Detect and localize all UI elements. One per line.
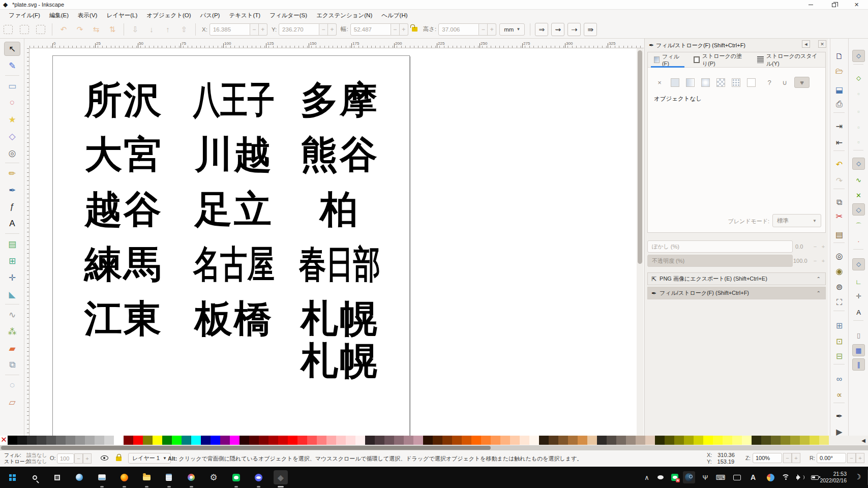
palette-swatch[interactable] [201, 436, 211, 445]
palette-swatch[interactable] [597, 436, 607, 445]
scrollbar-thumb[interactable] [638, 50, 642, 264]
zoom-page-button[interactable]: ⊚ [832, 280, 846, 293]
palette-swatch[interactable] [723, 436, 732, 445]
cut-button[interactable]: ✂ [832, 209, 846, 223]
x-input[interactable]: 16.385 [209, 23, 250, 36]
city-name-text[interactable]: 春日部 [297, 243, 382, 285]
unlink-clone-button[interactable]: ⊟ [832, 349, 846, 362]
palette-swatch[interactable] [230, 436, 240, 445]
palette-swatch[interactable] [75, 436, 85, 445]
palette-swatch[interactable] [549, 436, 558, 445]
zoom-selection-button[interactable]: ◎ [832, 249, 846, 262]
snap-others-toggle[interactable]: ⬦ [852, 258, 865, 270]
palette-swatch[interactable] [394, 436, 404, 445]
tray-steam-icon[interactable] [683, 471, 695, 483]
menu-item-3[interactable]: レイヤー(L) [102, 11, 142, 20]
measure-tool[interactable]: ▱ [4, 395, 20, 409]
mesh-tool[interactable]: ⊞ [4, 254, 20, 268]
blur-minus-button[interactable]: − [811, 240, 819, 253]
palette-swatch[interactable] [742, 436, 752, 445]
city-name-text[interactable]: 越谷 [81, 189, 166, 230]
opacity-plus-button[interactable]: + [819, 255, 827, 267]
snap-grid-toggle[interactable]: ▦ [852, 344, 865, 356]
height-plus-button[interactable]: + [488, 23, 496, 36]
snap-smooth-toggle[interactable]: ⌒ [852, 220, 865, 232]
palette-swatch[interactable] [162, 436, 172, 445]
group-button[interactable]: ∞ [832, 373, 846, 386]
palette-swatch[interactable] [211, 436, 220, 445]
snap-guides-toggle[interactable]: ∥ [852, 358, 865, 371]
city-name-text[interactable]: 所沢 [81, 79, 166, 121]
palette-swatch[interactable] [240, 436, 249, 445]
city-name-text[interactable]: 大宮 [81, 134, 166, 175]
redo-button[interactable]: ↷ [832, 174, 846, 187]
connector-tool[interactable]: ⧉ [4, 358, 20, 372]
media-app-button[interactable] [95, 470, 109, 484]
palette-swatch[interactable] [336, 436, 346, 445]
palette-swatch[interactable] [249, 436, 259, 445]
menu-item-0[interactable]: ファイル(F) [4, 11, 45, 20]
minimize-button[interactable] [799, 0, 822, 10]
zoom-drawing-button[interactable]: ◉ [832, 264, 846, 278]
palette-swatch[interactable] [423, 436, 433, 445]
spray-tool[interactable]: ⁂ [4, 324, 20, 339]
palette-swatch[interactable] [587, 436, 597, 445]
palette-scroll-left-icon[interactable]: ◀ [860, 436, 867, 445]
maximize-button[interactable] [822, 0, 845, 10]
object-opacity-input[interactable]: 100 [57, 453, 74, 464]
palette-swatch[interactable] [268, 436, 278, 445]
volume-icon[interactable] [795, 471, 805, 483]
night-mode-moon-icon[interactable]: ☽ [854, 473, 861, 481]
snap-rotation-toggle[interactable]: ✛ [852, 290, 865, 302]
affect-corners-toggle[interactable]: ⇝ [551, 23, 564, 36]
tray-overflow-chevron-icon[interactable]: ∧ [642, 471, 652, 483]
palette-swatch[interactable] [182, 436, 191, 445]
opacity-plus-button[interactable]: + [83, 453, 92, 464]
paint-radial-gradient-button[interactable] [700, 77, 711, 88]
palette-swatch[interactable] [616, 436, 626, 445]
fill-indicator-value[interactable]: 該当なし [26, 452, 47, 458]
height-minus-button[interactable]: − [479, 23, 488, 36]
palette-swatch[interactable] [124, 436, 133, 445]
palette-swatch[interactable] [278, 436, 288, 445]
palette-swatch[interactable] [56, 436, 66, 445]
select-tool[interactable]: ↖ [4, 42, 20, 56]
paint-swatch-button[interactable] [745, 77, 757, 88]
tab-fill[interactable]: フィル(F) [648, 52, 687, 68]
notepad-button[interactable] [162, 470, 176, 484]
palette-swatch[interactable] [500, 436, 510, 445]
palette-scrollbar[interactable] [0, 445, 868, 450]
city-name-text[interactable]: 熊谷 [297, 134, 382, 175]
layer-lock-icon[interactable] [116, 456, 122, 461]
lower-to-bottom-button[interactable]: ⇩ [129, 23, 142, 36]
palette-swatch[interactable] [481, 436, 491, 445]
snap-bbox-toggle[interactable]: ⬦ [852, 72, 865, 84]
save-button[interactable]: ⬓ [832, 83, 846, 96]
spiral-tool[interactable]: ◎ [4, 146, 20, 160]
dialog-fill-stroke-button[interactable]: ✒ [832, 409, 846, 422]
star-tool[interactable]: ★ [4, 112, 20, 127]
rotation-plus-button[interactable]: + [856, 453, 864, 463]
palette-swatch[interactable] [317, 436, 326, 445]
x-minus-button[interactable]: − [250, 23, 259, 36]
horizontal-ruler[interactable]: 0255075100125150175200225250275300325 [29, 41, 644, 48]
palette-swatch[interactable] [384, 436, 394, 445]
palette-swatch[interactable] [800, 436, 810, 445]
raise-to-top-button[interactable]: ⇧ [177, 23, 191, 36]
affect-gradients-toggle[interactable]: ⇢ [567, 23, 581, 36]
palette-swatch[interactable] [220, 436, 230, 445]
line-button[interactable] [229, 470, 243, 484]
city-name-text[interactable]: 江東 [81, 298, 166, 340]
palette-swatch[interactable] [27, 436, 37, 445]
palette-swatch[interactable] [413, 436, 423, 445]
palette-swatch[interactable] [17, 436, 27, 445]
ellipse-tool[interactable]: ○ [4, 96, 20, 110]
y-input[interactable]: 236.270 [279, 23, 319, 36]
duplicate-button[interactable]: ⊞ [832, 319, 846, 332]
discord-button[interactable] [251, 470, 265, 484]
zoom-plus-button[interactable]: + [792, 453, 800, 463]
palette-swatch[interactable] [645, 436, 655, 445]
rectangle-tool[interactable]: ▭ [4, 79, 20, 93]
snap-bbox-edges-toggle[interactable]: ▫ [852, 87, 865, 100]
palette-swatch[interactable] [462, 436, 471, 445]
